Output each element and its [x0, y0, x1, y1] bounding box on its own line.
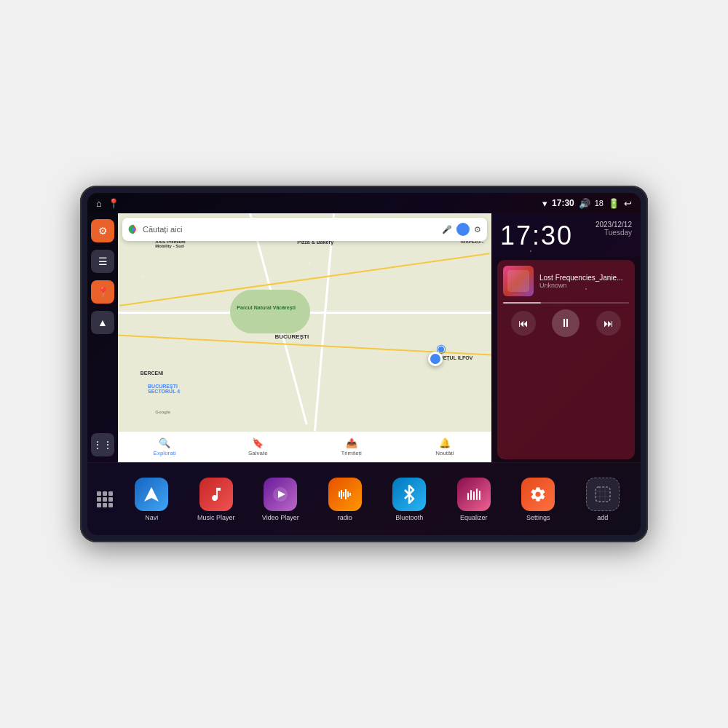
app-icon-settings	[521, 478, 555, 511]
center-area: Parcul Natural Văcărești AXIS PremiumMob…	[118, 213, 491, 462]
clock-day: Tuesday	[596, 229, 632, 237]
app-item-video-player[interactable]: Video Player	[261, 478, 299, 521]
map-nav-explore[interactable]: 🔍 Explorați	[118, 438, 211, 456]
map-search-bar[interactable]: Căutați aici 🎤 ⚙	[122, 218, 487, 241]
map-park	[230, 290, 310, 333]
app-item-radio[interactable]: radio	[326, 478, 364, 521]
map-park-label: Parcul Natural Văcărești	[223, 305, 310, 310]
sidebar-settings-btn[interactable]: ⚙	[91, 219, 114, 242]
main-content: ⚙ ☰ 📍 ▲ ⋮⋮	[87, 213, 641, 462]
clock-widget: 17:30 2023/12/12 Tuesday	[491, 213, 641, 257]
music-widget: Lost Frequencies_Janie... Unknown ⏮ ⏸ ⏭	[497, 260, 635, 459]
sidebar-grid-btn[interactable]: ⋮⋮	[91, 433, 114, 456]
device-screen: ⌂ 📍 ▾ 17:30 🔊 18 🔋 ↩ ⚙ ☰ 📍 ▲ ⋮⋮	[87, 193, 641, 535]
share-icon: 📤	[346, 438, 357, 448]
map-container[interactable]: Parcul Natural Văcărești AXIS PremiumMob…	[118, 213, 491, 432]
music-artist: Unknown	[539, 282, 629, 289]
map-search-input[interactable]: Căutați aici	[143, 225, 438, 234]
home-icon[interactable]: ⌂	[96, 198, 102, 209]
app-item-bluetooth[interactable]: Bluetooth	[390, 478, 428, 521]
app-grid-toggle[interactable]	[93, 488, 116, 511]
clock-year-date: 2023/12/12	[596, 221, 632, 229]
maps-icon[interactable]: 📍	[108, 198, 119, 209]
app-label-radio: radio	[338, 514, 352, 521]
status-time: 17:30	[552, 198, 574, 208]
map-nav-saved[interactable]: 🔖 Salvate	[211, 438, 304, 456]
svg-rect-11	[467, 493, 469, 500]
news-label: Noutăți	[435, 450, 454, 456]
music-title: Lost Frequencies_Janie...	[539, 274, 629, 282]
map-nav-share[interactable]: 📤 Trimiteți	[305, 438, 398, 456]
app-item-navi[interactable]: Navi	[132, 478, 170, 521]
svg-marker-2	[144, 487, 159, 502]
app-label-equalizer: Equalizer	[460, 514, 488, 521]
app-icon-video-player	[264, 478, 297, 511]
left-sidebar: ⚙ ☰ 📍 ▲ ⋮⋮	[87, 213, 118, 462]
right-panel: 17:30 2023/12/12 Tuesday Lost Freque	[491, 213, 641, 462]
app-dock: Navi Music Player	[87, 462, 641, 535]
sidebar-maps-btn[interactable]: 📍	[91, 280, 114, 304]
music-details: Lost Frequencies_Janie... Unknown	[539, 274, 629, 289]
app-item-music-player[interactable]: Music Player	[197, 478, 235, 521]
saved-icon: 🔖	[252, 438, 264, 448]
app-icon-bluetooth	[392, 478, 426, 511]
app-label-settings: Settings	[526, 514, 550, 521]
user-avatar[interactable]	[456, 223, 470, 236]
app-icon-radio	[328, 478, 362, 511]
prev-track-button[interactable]: ⏮	[511, 311, 536, 336]
app-item-settings[interactable]: Settings	[519, 478, 557, 521]
sidebar-nav-btn[interactable]: ▲	[91, 311, 114, 334]
app-label-add: add	[597, 514, 608, 521]
music-controls: ⏮ ⏸ ⏭	[503, 309, 629, 337]
next-track-button[interactable]: ⏭	[596, 311, 621, 336]
sidebar-files-btn[interactable]: ☰	[91, 250, 114, 273]
music-cover	[503, 266, 534, 296]
settings-icon[interactable]: ⚙	[474, 225, 481, 234]
svg-rect-15	[479, 491, 480, 500]
app-items: Navi Music Player	[119, 478, 635, 521]
back-icon[interactable]: ↩	[624, 198, 632, 209]
music-cover-inner	[507, 270, 529, 292]
news-icon: 🔔	[439, 438, 451, 448]
status-bar: ⌂ 📍 ▾ 17:30 🔊 18 🔋 ↩	[87, 193, 641, 213]
play-pause-button[interactable]: ⏸	[552, 309, 579, 337]
grid-icon	[97, 491, 113, 507]
music-info-row: Lost Frequencies_Janie... Unknown	[503, 266, 629, 296]
svg-rect-12	[470, 490, 472, 500]
battery-level: 18	[595, 199, 604, 207]
svg-rect-14	[476, 488, 478, 500]
map-bottom-nav: 🔍 Explorați 🔖 Salvate 📤 Trimiteți 🔔 Nout…	[118, 432, 491, 462]
svg-rect-16	[596, 487, 610, 502]
status-right: ▾ 17:30 🔊 18 🔋 ↩	[542, 198, 632, 209]
clock-date-block: 2023/12/12 Tuesday	[596, 221, 632, 237]
music-progress-bar[interactable]	[503, 302, 629, 304]
device-outer: ⌂ 📍 ▾ 17:30 🔊 18 🔋 ↩ ⚙ ☰ 📍 ▲ ⋮⋮	[80, 186, 648, 542]
music-progress-fill	[503, 302, 541, 304]
app-item-equalizer[interactable]: Equalizer	[455, 478, 493, 521]
share-label: Trimiteți	[341, 450, 362, 456]
clock-display: 17:30	[500, 221, 573, 251]
volume-icon: 🔊	[579, 198, 590, 209]
app-item-add[interactable]: add	[584, 478, 622, 521]
wifi-icon: ▾	[542, 198, 547, 209]
map-nav-news[interactable]: 🔔 Noutăți	[398, 438, 491, 456]
app-label-music-player: Music Player	[197, 514, 235, 521]
app-icon-add	[586, 478, 620, 511]
battery-icon: 🔋	[608, 198, 620, 209]
my-location-dot	[428, 352, 443, 366]
app-icon-navi	[135, 478, 168, 511]
app-label-navi: Navi	[145, 514, 158, 521]
explore-icon: 🔍	[159, 438, 170, 448]
app-label-bluetooth: Bluetooth	[395, 514, 423, 521]
app-icon-equalizer	[457, 478, 491, 511]
app-icon-music-player	[199, 478, 233, 511]
svg-rect-13	[473, 491, 475, 500]
map-background: Parcul Natural Văcărești AXIS PremiumMob…	[118, 213, 491, 432]
svg-point-1	[132, 228, 135, 232]
app-label-video-player: Video Player	[262, 514, 299, 521]
status-left: ⌂ 📍	[96, 198, 119, 209]
google-maps-icon	[128, 224, 138, 234]
saved-label: Salvate	[248, 450, 268, 456]
explore-label: Explorați	[154, 450, 176, 456]
mic-icon[interactable]: 🎤	[442, 225, 452, 234]
